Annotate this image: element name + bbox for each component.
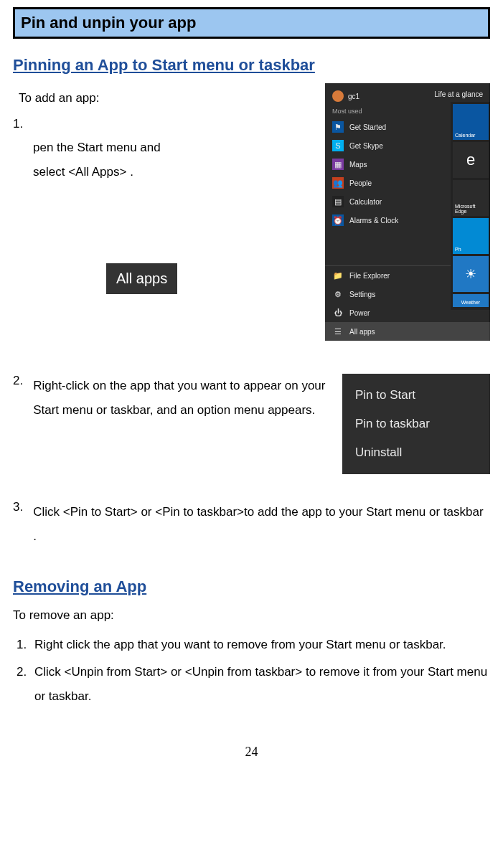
step-1-number: 1. [13,117,318,131]
start-item-label: Alarms & Clock [349,217,398,225]
weather-icon: ☀ [465,266,476,282]
pinning-intro: To add an app: [19,88,318,110]
step-2-text: Right-click on the app that you want to … [33,374,329,423]
start-item-label: All apps [349,328,375,336]
tile-weather: ☀ [453,256,489,292]
page-number: 24 [13,745,490,760]
start-item-all-apps: ☰ All apps [325,322,490,341]
step-2-number: 2. [13,374,23,423]
start-item-label: Power [349,309,370,317]
heading-removing: Removing an App [13,577,490,596]
skype-icon: S [332,140,344,151]
start-item-label: People [349,179,372,187]
step-3-number: 3. [13,500,23,549]
start-item-label: Get Started [349,123,386,131]
calculator-icon: ▤ [332,196,344,207]
start-menu-life-label: Life at a glance [434,90,483,102]
edge-icon: e [466,151,475,169]
tile-weather-label: Weather [453,294,489,307]
start-item-label: Calculator [349,198,382,206]
tile-area: Calendar e Microsoft Edge Ph ☀ Weather [451,102,490,310]
context-menu-screenshot: Pin to Start Pin to taskbar Uninstall [342,374,490,474]
title-bar: Pin and unpin your app [13,7,490,39]
start-item-label: Settings [349,291,375,298]
context-item-pin-start: Pin to Start [342,381,490,410]
tile-photos: Ph [453,218,489,254]
context-item-pin-taskbar: Pin to taskbar [342,410,490,438]
tile-edge: e [453,142,489,178]
removing-step-1: Right click the app that you want to rem… [30,633,490,657]
all-apps-icon: ☰ [332,326,344,337]
tile-calendar: Calendar [453,104,489,140]
step-3-text: Click <Pin to Start> or <Pin to taskbar>… [33,500,490,549]
step-1-line-1: pen the Start menu and [33,136,318,160]
gear-icon: ⚙ [332,288,344,300]
step-1-line-2: select <All Apps> . [33,160,318,184]
start-menu-username: gc1 [348,93,359,100]
tile-edge-label: Microsoft Edge [453,180,489,216]
context-item-uninstall: Uninstall [342,438,490,467]
removing-intro: To remove an app: [13,605,490,627]
maps-icon: ▦ [332,159,344,170]
folder-icon: 📁 [332,270,344,281]
start-menu-screenshot: gc1 Life at a glance Most used ⚑ Get Sta… [325,83,490,341]
start-item-label: File Explorer [349,272,390,280]
flag-icon: ⚑ [332,121,344,133]
heading-pinning: Pinning an App to Start menu or taskbar [13,56,490,75]
start-menu-user: gc1 [332,90,359,102]
start-item-label: Maps [349,161,367,169]
removing-step-2: Click <Unpin from Start> or <Unpin from … [30,660,490,709]
clock-icon: ⏰ [332,214,344,226]
power-icon: ⏻ [332,307,344,319]
start-item-label: Get Skype [349,142,383,150]
user-avatar-icon [332,90,344,102]
people-icon: 👥 [332,177,344,189]
all-apps-callout-label: All apps [106,263,177,294]
